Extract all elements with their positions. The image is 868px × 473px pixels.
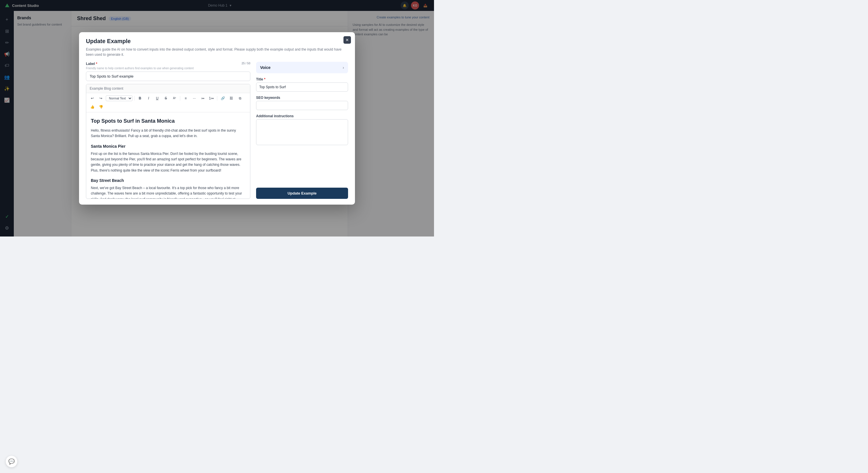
thumbdown-button[interactable]: 👎 [97, 103, 104, 111]
more-button[interactable]: ··· [191, 95, 198, 102]
modal-overlay: Update Example Examples guide the AI on … [0, 0, 434, 236]
label-required-marker: * [96, 62, 97, 66]
content-heading: Top Spots to Surf in Santa Monica [91, 117, 245, 125]
update-example-modal: Update Example Examples guide the AI on … [79, 32, 355, 204]
instructions-field-group: Additional instructions [256, 114, 348, 145]
modal-right-section: Voice › Title * SEO keywords [256, 62, 348, 199]
instructions-textarea[interactable] [256, 119, 348, 145]
editor-content-area[interactable]: Top Spots to Surf in Santa Monica Hello,… [86, 113, 250, 198]
copy-button[interactable]: ⧉ [236, 95, 244, 102]
numbered-list-button[interactable]: 1≔ [208, 95, 215, 102]
toolbar-divider-2 [180, 96, 180, 101]
thumbup-button[interactable]: 👍 [89, 103, 96, 111]
unlink-button[interactable]: ⛓ [228, 95, 235, 102]
modal-left-section: Label * 25 / 50 Friendly name to help co… [86, 62, 250, 199]
undo-button[interactable]: ↩ [89, 95, 96, 102]
format-select[interactable]: Normal Text Heading 1 Heading 2 [106, 95, 132, 101]
italic-button[interactable]: I [145, 95, 152, 102]
seo-field-label: SEO keywords [256, 96, 348, 100]
voice-section[interactable]: Voice › [256, 62, 348, 73]
modal-close-button[interactable]: ✕ [343, 36, 351, 44]
title-field-group: Title * [256, 77, 348, 92]
editor-toolbar: ↩ ↪ Normal Text Heading 1 Heading 2 B I … [86, 93, 250, 113]
title-required-marker: * [264, 77, 266, 81]
voice-label: Voice [260, 65, 271, 70]
superscript-button[interactable]: A² [171, 95, 178, 102]
label-field-label: Label * 25 / 50 [86, 62, 250, 66]
editor-label: Example Blog content [86, 84, 250, 93]
toolbar-divider-3 [217, 96, 217, 101]
modal-subtitle: Examples guide the AI on how to convert … [86, 47, 348, 57]
label-hint: Friendly name to help content authors fi… [86, 67, 250, 70]
section1-title: Santa Monica Pier [91, 143, 245, 150]
section2-title: Bay Street Beach [91, 177, 245, 184]
redo-button[interactable]: ↪ [97, 95, 104, 102]
title-field-label: Title * [256, 77, 348, 81]
strikethrough-button[interactable]: S [162, 95, 169, 102]
bold-button[interactable]: B [136, 95, 144, 102]
label-input[interactable] [86, 71, 250, 81]
link-button[interactable]: 🔗 [219, 95, 226, 102]
seo-field-group: SEO keywords [256, 96, 348, 110]
modal-header: Update Example Examples guide the AI on … [79, 32, 355, 62]
instructions-field-label: Additional instructions [256, 114, 348, 118]
label-field-group: Label * 25 / 50 Friendly name to help co… [86, 62, 250, 81]
label-counter: 25 / 50 [242, 62, 250, 65]
content-intro: Hello, fitness enthusiasts! Fancy a bit … [91, 128, 245, 139]
section1-body: First up on the list is the famous Santa… [91, 151, 245, 173]
seo-input[interactable] [256, 101, 348, 110]
chevron-right-icon: › [343, 65, 344, 70]
modal-body: Label * 25 / 50 Friendly name to help co… [79, 62, 355, 204]
update-example-button[interactable]: Update Example [256, 188, 348, 199]
modal-title: Update Example [86, 38, 348, 44]
title-input[interactable] [256, 83, 348, 92]
blog-content-editor: Example Blog content ↩ ↪ Normal Text Hea… [86, 84, 250, 199]
underline-button[interactable]: U [153, 95, 161, 102]
align-button[interactable]: ≡ [182, 95, 189, 102]
toolbar-divider-1 [134, 96, 134, 101]
bullet-list-button[interactable]: ≔ [199, 95, 207, 102]
section2-body: Next, we've got Bay Street Beach – a loc… [91, 185, 245, 198]
